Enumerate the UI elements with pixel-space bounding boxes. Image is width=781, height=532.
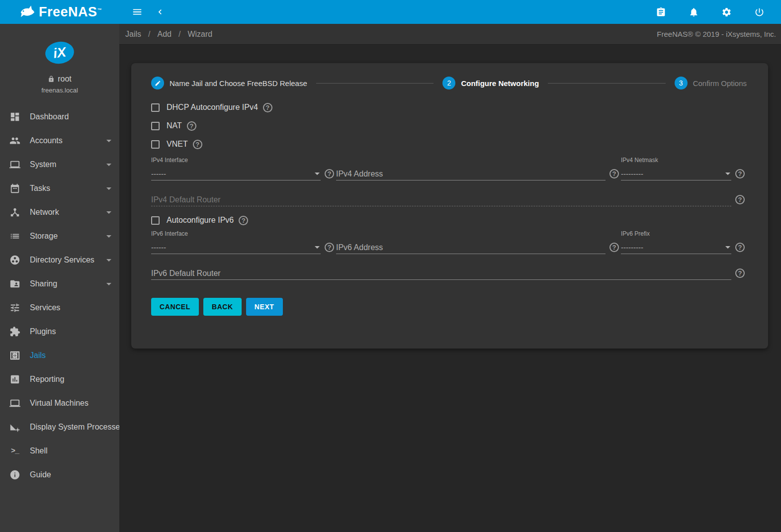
sidebar-item-tasks[interactable]: Tasks — [0, 177, 119, 200]
breadcrumb-bar: Jails / Add / Wizard FreeNAS® © 2019 - i… — [119, 24, 781, 45]
ipv4-default-router-input[interactable] — [151, 193, 731, 206]
sidebar-item-guide[interactable]: Guide — [0, 463, 119, 487]
help-icon[interactable]: ? — [239, 216, 248, 225]
help-icon[interactable]: ? — [187, 121, 196, 131]
sidebar-item-network[interactable]: Network — [0, 200, 119, 224]
help-icon[interactable]: ? — [735, 268, 745, 278]
menu-toggle-button[interactable] — [127, 2, 147, 22]
wizard-actions: CANCEL BACK NEXT — [151, 298, 747, 316]
help-icon[interactable]: ? — [609, 169, 619, 178]
help-icon[interactable]: ? — [735, 169, 745, 178]
vnet-checkbox[interactable] — [151, 140, 160, 149]
cancel-button[interactable]: CANCEL — [151, 298, 199, 316]
chevron-down-icon — [315, 246, 320, 249]
expand-arrow-icon — [106, 211, 111, 214]
chevron-down-icon — [725, 173, 730, 175]
power-button[interactable] — [749, 2, 769, 22]
wizard-stepper: Name Jail and Choose FreeBSD Release 2 C… — [151, 77, 747, 89]
notifications-button[interactable] — [684, 2, 703, 22]
sidebar-item-sharing[interactable]: Sharing — [0, 272, 119, 296]
breadcrumb-wizard: Wizard — [187, 30, 212, 39]
nat-checkbox[interactable] — [151, 122, 160, 130]
sidebar-nav: Dashboard Accounts System Tasks Network — [0, 105, 119, 487]
autoconfigure-ipv6-checkbox[interactable] — [151, 216, 160, 225]
power-icon — [754, 7, 765, 17]
help-icon[interactable]: ? — [735, 243, 745, 252]
task-manager-button[interactable] — [651, 2, 671, 22]
breadcrumb: Jails / Add / Wizard — [125, 30, 212, 39]
sidebar-item-system[interactable]: System — [0, 153, 119, 177]
clipboard-icon — [656, 7, 666, 17]
processes-chart-icon — [9, 421, 21, 433]
shark-icon — [18, 4, 35, 19]
help-icon[interactable]: ? — [193, 140, 202, 149]
chevron-down-icon — [315, 173, 320, 175]
help-icon[interactable]: ? — [325, 169, 334, 178]
expand-arrow-icon — [106, 140, 111, 142]
copyright-text: FreeNAS® © 2019 - iXsystems, Inc. — [657, 30, 776, 38]
lock-icon — [48, 76, 55, 83]
people-icon — [9, 135, 21, 147]
help-icon[interactable]: ? — [325, 243, 334, 252]
ipv4-router-row: ? — [151, 193, 747, 206]
settings-button[interactable] — [716, 2, 736, 22]
dhcp-autoconfigure-checkbox[interactable] — [151, 103, 160, 112]
ipv6-router-row: ? — [151, 267, 747, 280]
expand-arrow-icon — [106, 235, 111, 238]
sidebar-item-jails[interactable]: Jails — [0, 344, 119, 367]
autoconfigure-ipv6-row: Autoconfigure IPv6 ? — [151, 214, 747, 226]
ipv6-prefix-select[interactable]: --------- — [621, 241, 731, 254]
bar-chart-icon — [9, 373, 21, 385]
ipv6-interface-select[interactable]: ------ — [151, 241, 321, 254]
step-connector — [548, 83, 666, 84]
expand-arrow-icon — [106, 283, 111, 285]
ipv6-address-input[interactable] — [336, 241, 606, 254]
username: root — [58, 75, 72, 84]
ipv4-address-input[interactable] — [336, 168, 606, 180]
top-bar: FreeNAS™ — [0, 0, 781, 24]
sidebar-item-plugins[interactable]: Plugins — [0, 320, 119, 344]
step-1[interactable]: Name Jail and Choose FreeBSD Release — [151, 77, 307, 89]
puzzle-icon — [9, 326, 21, 338]
ipv6-row: IPv6 Interface ------ ? ? IPv6 Prefix — [151, 230, 747, 254]
sidebar-item-accounts[interactable]: Accounts — [0, 129, 119, 153]
sidebar-item-services[interactable]: Services — [0, 296, 119, 320]
next-button[interactable]: NEXT — [246, 298, 283, 316]
collapse-sidenav-button[interactable] — [150, 2, 170, 22]
breadcrumb-jails[interactable]: Jails — [125, 30, 141, 39]
storage-list-icon — [9, 230, 21, 242]
sidebar-item-virtual-machines[interactable]: Virtual Machines — [0, 391, 119, 415]
nat-row: NAT ? — [151, 120, 747, 132]
back-button[interactable]: BACK — [203, 298, 242, 316]
sidebar: iX root freenas.local Dashboard Accounts… — [0, 24, 119, 532]
ipv6-default-router-input[interactable] — [151, 267, 731, 280]
calendar-icon — [9, 182, 21, 194]
group-work-icon — [9, 254, 21, 266]
folder-shared-icon — [9, 278, 21, 290]
chevron-left-icon — [155, 7, 165, 17]
expand-arrow-icon — [106, 259, 111, 262]
sidebar-item-shell[interactable]: >_ Shell — [0, 439, 119, 463]
help-icon[interactable]: ? — [263, 103, 272, 112]
ipv4-netmask-select[interactable]: --------- — [621, 168, 731, 180]
terminal-icon: >_ — [9, 445, 21, 457]
help-icon[interactable]: ? — [609, 243, 619, 252]
step-1-edit-icon — [151, 77, 164, 89]
vnet-row: VNET ? — [151, 138, 747, 150]
freenas-logo: FreeNAS™ — [0, 0, 119, 24]
jail-icon — [9, 350, 21, 361]
sidebar-item-display-system-processes[interactable]: Display System Processes — [0, 415, 119, 439]
brand-text: FreeNAS™ — [39, 4, 102, 20]
step-2[interactable]: 2 Configure Networking — [442, 77, 539, 89]
step-3[interactable]: 3 Confirm Options — [675, 77, 747, 89]
sidebar-item-storage[interactable]: Storage — [0, 224, 119, 248]
help-icon[interactable]: ? — [735, 195, 745, 204]
sidebar-item-dashboard[interactable]: Dashboard — [0, 105, 119, 129]
expand-arrow-icon — [106, 187, 111, 190]
sidebar-item-directory-services[interactable]: Directory Services — [0, 248, 119, 272]
tune-sliders-icon — [9, 302, 21, 314]
chevron-down-icon — [725, 246, 730, 249]
sidebar-item-reporting[interactable]: Reporting — [0, 367, 119, 391]
breadcrumb-add[interactable]: Add — [157, 30, 171, 39]
ipv4-interface-select[interactable]: ------ — [151, 168, 321, 180]
